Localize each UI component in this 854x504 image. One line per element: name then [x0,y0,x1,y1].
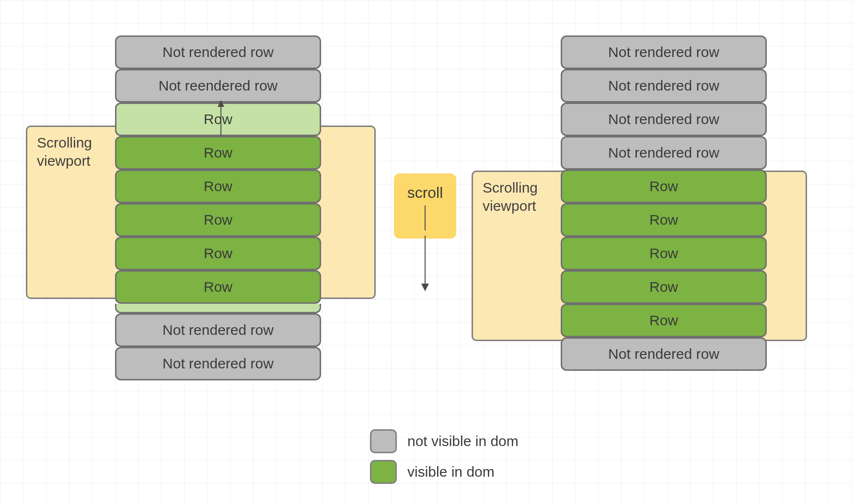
scroll-down-arrow-tail-icon [419,236,431,293]
row-label: Not reendered row [159,78,277,94]
scroll-chip: scroll [394,173,456,239]
stack-right-row-4: Row [561,170,767,203]
row-label: Row [204,245,232,262]
stack-right-row-0: Not rendered row [561,35,767,69]
stack-right-row-1: Not rendered row [561,69,767,103]
stack-left-row-5: Row [115,203,321,237]
stack-right-row-3: Not rendered row [561,136,767,170]
stack-left-row-1: Not reendered row [115,69,321,103]
stack-left-row-9: Not rendered row [115,313,321,347]
row-label: Not rendered row [608,44,719,60]
stack-right-row-9: Not rendered row [561,337,767,371]
row-label: Row [204,145,232,161]
stack-right-row-5: Row [561,203,767,237]
legend-row-visible: visible in dom [370,460,519,484]
legend-swatch-gray [370,429,397,453]
row-label: Not rendered row [162,355,274,372]
row-label: Not rendered row [162,44,274,60]
row-label: Row [649,245,678,262]
row-label: Row [649,212,678,228]
legend-visible-label: visible in dom [407,464,495,480]
stack-left-row-2: Row [115,103,321,136]
legend: not visible in dom visible in dom [370,429,519,484]
stack-right-row-7: Row [561,270,767,304]
stack-right: Not rendered row Not rendered row Not re… [561,35,767,371]
row-label: Not rendered row [162,322,274,338]
stack-left: Not rendered row Not reendered row Row R… [115,35,321,380]
scroll-down-arrow-icon [419,206,431,236]
stack-left-row-6: Row [115,237,321,270]
row-label: Row [204,279,232,295]
row-label: Row [649,312,678,329]
row-label: Not rendered row [608,346,719,362]
stack-left-row-7: Row [115,270,321,304]
legend-swatch-green [370,460,397,484]
row-label: Row [204,178,232,195]
scroll-chip-label: scroll [407,184,443,202]
stack-left-row-3: Row [115,136,321,170]
row-label: Row [204,212,232,228]
svg-marker-4 [421,284,429,291]
stack-right-row-6: Row [561,237,767,270]
svg-marker-1 [218,100,224,107]
stack-right-row-2: Not rendered row [561,103,767,136]
legend-not-visible-label: not visible in dom [407,433,519,449]
row-label: Row [649,178,678,195]
row-label: Row [649,279,678,295]
stack-left-row-0: Not rendered row [115,35,321,69]
stack-left-row-10: Not rendered row [115,347,321,380]
stack-left-row-4: Row [115,170,321,203]
stack-right-row-8: Row [561,304,767,337]
legend-row-not-visible: not visible in dom [370,429,519,453]
row-label: Not rendered row [608,145,719,161]
row-label: Not rendered row [608,78,719,94]
stack-left-row-8-strip [115,304,321,313]
row-label: Not rendered row [608,111,719,127]
